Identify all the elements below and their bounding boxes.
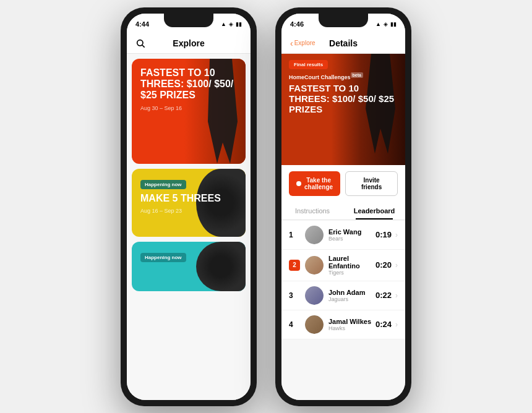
svg-line-1 xyxy=(142,45,145,48)
avatar-2 xyxy=(305,256,324,275)
brand-label: HomeCourt Challengesbeta xyxy=(281,73,405,80)
avatar-1 xyxy=(305,226,324,244)
screen-1: FASTEST TO 10 THREES: $100/ $50/ $25 PRI… xyxy=(127,54,251,400)
rank-3: 3 xyxy=(289,291,300,300)
rank-1: 1 xyxy=(289,231,300,239)
avatar-4 xyxy=(305,315,324,334)
player-name-2: Laurel Enfantino xyxy=(328,255,375,270)
score-1: 0:19 xyxy=(375,230,392,239)
invite-label: Invite friends xyxy=(361,177,382,190)
back-chevron-icon: ‹ xyxy=(290,38,293,48)
record-dot-icon xyxy=(296,181,301,186)
leaderboard: 1 Eric Wang Bears 0:19 › 2 xyxy=(281,221,405,339)
player-name-1: Eric Wang xyxy=(328,228,375,236)
player-team-1: Bears xyxy=(328,236,375,242)
badge-happening-1: Happening now xyxy=(140,180,186,189)
player-info-4: Jamal Wilkes Hawks xyxy=(328,318,375,331)
screen-2: Final results HomeCourt Challengesbeta F… xyxy=(281,54,405,400)
player-name-4: Jamal Wilkes xyxy=(328,318,375,325)
chevron-right-icon-2: › xyxy=(395,261,398,270)
status-icons-2: ▲ ◈ ▮▮ xyxy=(375,21,397,27)
table-row[interactable]: 4 Jamal Wilkes Hawks 0:24 › xyxy=(281,310,405,339)
search-icon xyxy=(135,38,145,48)
back-button[interactable]: ‹ Explore xyxy=(290,38,309,48)
notch-2 xyxy=(319,14,368,27)
card1-title: FASTEST TO 10 THREES: $100/ $50/ $25 PRI… xyxy=(140,67,237,101)
details-title: Details xyxy=(309,38,378,48)
action-row: Take the challenge Invite friends xyxy=(281,165,405,202)
player-info-3: John Adam Jaguars xyxy=(328,289,375,302)
svg-point-0 xyxy=(137,40,143,45)
wifi-icon-2: ◈ xyxy=(384,21,388,27)
signal-icon-2: ▲ xyxy=(375,21,381,27)
table-row[interactable]: 3 John Adam Jaguars 0:22 › xyxy=(281,281,405,310)
take-challenge-button[interactable]: Take the challenge xyxy=(289,171,340,196)
detail-hero-title: FASTEST TO 10 THREES: $100/ $50/ $25 PRI… xyxy=(281,80,405,121)
player-team-4: Hawks xyxy=(328,325,375,331)
nav-bar-1: Explore xyxy=(127,33,251,54)
card-yellow[interactable]: Happening now MAKE 5 THREES Aug 16 – Sep… xyxy=(132,169,246,237)
status-bar-1: 4:44 ▲ ◈ ▮▮ xyxy=(127,14,251,33)
card-orange[interactable]: FASTEST TO 10 THREES: $100/ $50/ $25 PRI… xyxy=(132,59,246,164)
detail-hero: Final results HomeCourt Challengesbeta F… xyxy=(281,54,405,165)
avatar-3 xyxy=(305,286,324,305)
status-bar-2: 4:46 ▲ ◈ ▮▮ xyxy=(281,14,405,33)
challenge-label: Take the challenge xyxy=(304,177,333,190)
player-info-2: Laurel Enfantino Tigers xyxy=(328,255,375,276)
notch-1 xyxy=(164,14,213,27)
battery-icon-1: ▮▮ xyxy=(236,21,242,27)
score-2: 0:20 xyxy=(375,260,392,270)
explore-title: Explore xyxy=(154,38,223,48)
score-3: 0:22 xyxy=(375,291,392,300)
player-team-3: Jaguars xyxy=(328,296,375,302)
table-row[interactable]: 1 Eric Wang Bears 0:19 › xyxy=(281,221,405,250)
wifi-icon-1: ◈ xyxy=(229,21,233,27)
signal-icon-1: ▲ xyxy=(221,21,226,27)
chevron-right-icon-1: › xyxy=(395,231,398,239)
phone-1: 4:44 ▲ ◈ ▮▮ Explore xyxy=(121,7,257,406)
tab-leaderboard[interactable]: Leaderboard xyxy=(343,202,405,219)
rank-4: 4 xyxy=(289,320,300,329)
player-info-1: Eric Wang Bears xyxy=(328,228,375,242)
phone-2: 4:46 ▲ ◈ ▮▮ ‹ Explore Details xyxy=(275,7,411,406)
player-team-2: Tigers xyxy=(328,270,375,276)
card1-date: Aug 30 – Sep 16 xyxy=(140,105,237,111)
rank-2-badge: 2 xyxy=(289,260,300,271)
tabs-row: Instructions Leaderboard xyxy=(281,202,405,220)
status-time-1: 4:44 xyxy=(135,20,149,28)
card2-date: Aug 16 – Sep 23 xyxy=(140,208,237,214)
final-results-badge: Final results xyxy=(289,60,328,69)
player-name-3: John Adam xyxy=(328,289,375,296)
badge-happening-2: Happening now xyxy=(140,253,186,262)
table-row[interactable]: 2 Laurel Enfantino Tigers 0:20 › xyxy=(281,250,405,281)
invite-friends-button[interactable]: Invite friends xyxy=(345,171,398,196)
card2-title: MAKE 5 THREES xyxy=(140,193,237,204)
nav-bar-2: ‹ Explore Details xyxy=(281,33,405,54)
chevron-right-icon-4: › xyxy=(395,320,398,329)
score-4: 0:24 xyxy=(375,320,392,329)
battery-icon-2: ▮▮ xyxy=(390,21,397,27)
tab-instructions[interactable]: Instructions xyxy=(281,202,343,219)
search-btn[interactable] xyxy=(135,38,154,48)
status-icons-1: ▲ ◈ ▮▮ xyxy=(221,21,242,27)
card-teal[interactable]: Happening now xyxy=(132,242,246,291)
status-time-2: 4:46 xyxy=(290,20,304,28)
chevron-right-icon-3: › xyxy=(395,291,398,300)
